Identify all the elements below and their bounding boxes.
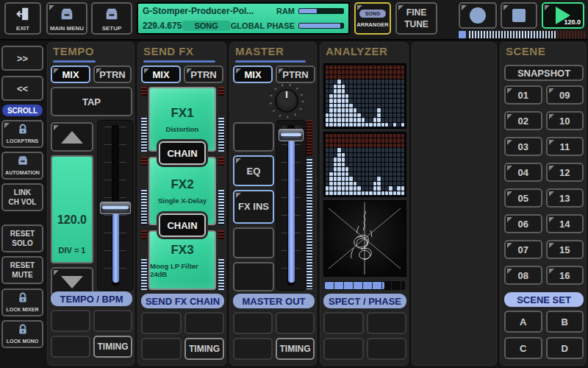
fader-handle[interactable] [279, 129, 304, 141]
scene-slot-07[interactable]: 07 [504, 240, 542, 259]
tempo-grid-button[interactable] [51, 310, 90, 332]
master-grid-button[interactable] [233, 338, 273, 360]
song-position-bar[interactable] [469, 31, 585, 38]
reset-solo-button[interactable]: RESET SOLO [1, 224, 43, 252]
spectrum-cell [365, 118, 368, 121]
master-eq-button[interactable]: EQ [233, 155, 274, 186]
scene-slot-10[interactable]: 10 [546, 111, 584, 130]
scene-slot-14[interactable]: 14 [546, 214, 584, 233]
sendfx-grid-button[interactable] [141, 312, 182, 334]
scene-slot-11[interactable]: 11 [546, 137, 584, 156]
analyzer-footer-label[interactable]: SPECT / PHASE [323, 294, 406, 308]
spectrum-cell [385, 144, 388, 147]
sendfx-tab-ptrn[interactable]: PTRN [184, 66, 223, 83]
master-empty-button[interactable] [233, 227, 274, 258]
scene-slot-09[interactable]: 09 [546, 85, 584, 105]
master-footer-label[interactable]: MASTER OUT [233, 294, 315, 308]
sendfx-timing-button[interactable]: TIMING [184, 338, 224, 360]
analyzer-grid-button[interactable] [323, 338, 364, 360]
fx-chain-button-1[interactable]: CHAIN [159, 141, 206, 165]
tempo-grid-button[interactable] [51, 336, 90, 358]
scene-set-label[interactable]: SCENE SET [504, 292, 584, 307]
scene-slot-05[interactable]: 05 [504, 188, 542, 208]
master-timing-button[interactable]: TIMING [276, 338, 315, 360]
master-fader[interactable] [276, 120, 306, 291]
song-arranger-toggle[interactable]: SONG ARRANGER [354, 2, 391, 35]
tempo-fader[interactable] [97, 120, 134, 291]
tempo-lcd: 120.0 DIV = 1 [51, 155, 93, 263]
spectrum-cell [385, 108, 388, 112]
tempo-tab-mix[interactable]: MIX [51, 66, 90, 83]
spectrum-cell [397, 177, 400, 180]
scene-set-B[interactable]: B [546, 311, 584, 333]
analyzer-grid-button[interactable] [367, 338, 406, 360]
lock-mono-button[interactable]: LOCK MONO [1, 320, 43, 348]
setup-button[interactable]: SETUP [91, 2, 132, 35]
scene-slot-12[interactable]: 12 [546, 163, 584, 182]
fx3-pad[interactable]: FX3 Moog LP Filter 24dB [148, 230, 216, 290]
scene-set-D[interactable]: D [546, 337, 584, 359]
master-empty-button[interactable] [233, 122, 274, 152]
scene-slot-01[interactable]: 01 [504, 85, 542, 105]
link-ch-vol-button[interactable]: LINK CH VOL [1, 183, 43, 211]
tempo-footer-label[interactable]: TEMPO / BPM [51, 291, 132, 306]
scene-set-A[interactable]: A [504, 311, 542, 333]
main-menu-button[interactable]: MAIN MENU [46, 2, 87, 35]
fader-handle[interactable] [100, 202, 131, 214]
lcd-song-button[interactable]: SONG [182, 21, 229, 31]
scene-slot-04[interactable]: 04 [504, 163, 542, 182]
exit-button[interactable]: EXIT [4, 2, 41, 35]
drawer-icon [58, 6, 76, 24]
lock-patterns-button[interactable]: LOCKPTRNS [1, 120, 43, 148]
spectrum-cell [373, 153, 376, 157]
master-pan-knob[interactable] [268, 82, 305, 119]
master-empty-button[interactable] [233, 262, 274, 291]
spectrum-cell [362, 70, 365, 74]
spectrum-cell [397, 153, 400, 157]
spectrum-cell [342, 172, 345, 176]
spectrum-cell [337, 138, 340, 142]
scene-set-C[interactable]: C [504, 337, 542, 359]
lcd-display[interactable]: G-Stomper-Producer-Pol... RAM 229.4.675 … [137, 2, 350, 35]
scene-slot-08[interactable]: 08 [504, 266, 542, 285]
master-fx-ins-button[interactable]: FX INS [233, 190, 274, 224]
snapshot-button[interactable]: SNAPSHOT [504, 65, 584, 81]
master-tab-mix[interactable]: MIX [233, 66, 273, 83]
scene-slot-06[interactable]: 06 [504, 214, 542, 233]
record-button[interactable] [459, 2, 497, 29]
tempo-tab-ptrn[interactable]: PTRN [93, 66, 132, 83]
scroll-back-button[interactable]: << [1, 76, 43, 101]
play-button[interactable]: 120.0 [542, 2, 584, 29]
fx-chain-button-2[interactable]: CHAIN [159, 213, 206, 237]
tap-tempo-button[interactable]: TAP [51, 87, 132, 116]
stop-button[interactable] [501, 2, 537, 29]
sendfx-grid-button[interactable] [141, 338, 182, 360]
scene-slot-02[interactable]: 02 [504, 111, 542, 130]
scene-slot-15[interactable]: 15 [546, 240, 584, 259]
analyzer-grid-button[interactable] [367, 312, 406, 334]
spectrum-cell [377, 134, 380, 138]
reset-mute-button[interactable]: RESET MUTE [1, 256, 43, 284]
master-tab-ptrn[interactable]: PTRN [276, 66, 315, 83]
tempo-grid-button[interactable] [93, 310, 132, 332]
lock-mixer-button[interactable]: LOCK MIXER [1, 289, 43, 316]
sendfx-grid-button[interactable] [184, 312, 224, 334]
automation-button[interactable]: AUTOMATION [1, 152, 43, 180]
scene-slot-16[interactable]: 16 [546, 266, 584, 285]
analyzer-grid-button[interactable] [323, 312, 364, 334]
spectrum-cell [357, 79, 360, 83]
scroll-mode-badge[interactable]: SCROLL [2, 105, 43, 116]
master-grid-button[interactable] [233, 312, 273, 334]
tempo-up-button[interactable] [51, 122, 93, 152]
scene-slot-03[interactable]: 03 [504, 137, 542, 156]
spectrum-cell [385, 167, 388, 171]
sendfx-tab-mix[interactable]: MIX [141, 66, 181, 83]
spectrum-cell [354, 113, 356, 117]
spectrum-cell [369, 172, 372, 176]
master-grid-button[interactable] [276, 312, 315, 334]
sendfx-footer-label[interactable]: SEND FX CHAIN [141, 294, 224, 308]
tempo-timing-button[interactable]: TIMING [93, 336, 132, 358]
scroll-forward-button[interactable]: >> [1, 46, 43, 71]
fine-tune-button[interactable]: FINE TUNE [395, 2, 437, 35]
scene-slot-13[interactable]: 13 [546, 188, 584, 208]
